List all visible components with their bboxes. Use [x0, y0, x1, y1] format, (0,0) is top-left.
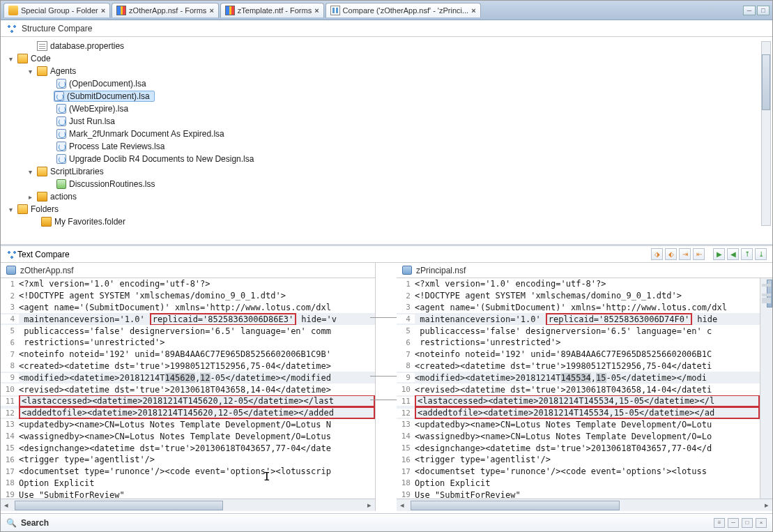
window-buttons: ─ □: [743, 6, 770, 15]
left-file-title: zOtherApp.nsf: [20, 266, 74, 275]
tree-item-process-late-reviews[interactable]: Process Late Reviews.lsa: [1, 140, 772, 153]
structure-compare-icon: [6, 24, 17, 33]
tree-label: Agents: [50, 66, 76, 76]
left-code[interactable]: 1<?xml version='1.0' encoding='utf-8'?> …: [1, 278, 375, 499]
maximize-button[interactable]: □: [757, 6, 770, 15]
agent-icon: [56, 129, 66, 139]
form-icon: [225, 6, 235, 15]
prev-change-button[interactable]: ⤓: [755, 248, 767, 260]
tree-label: ScriptLibraries: [50, 167, 104, 176]
folder-icon: [37, 192, 47, 202]
right-file-title: zPrincipal.nsf: [416, 266, 466, 275]
next-change-button[interactable]: ⤒: [741, 248, 753, 260]
tree-item-database-properties[interactable]: database.properties: [1, 40, 772, 52]
tree-label: (WebExpire).lsa: [69, 104, 128, 114]
document-icon: [37, 41, 47, 51]
structure-compare-header: Structure Compare: [1, 20, 772, 37]
tree-label: Process Late Reviews.lsa: [69, 142, 164, 151]
minimize-panel-button[interactable]: ─: [728, 518, 739, 528]
tree-label: actions: [50, 192, 77, 202]
close-icon[interactable]: ×: [209, 6, 213, 15]
minimize-button[interactable]: ─: [743, 6, 756, 15]
compare-gutter: [376, 263, 397, 511]
left-horizontal-scrollbar[interactable]: ◂ ▸: [1, 499, 375, 511]
scroll-right-icon[interactable]: ▸: [761, 501, 772, 510]
copy-right-to-left-button[interactable]: ⬗: [651, 248, 663, 260]
tab-ztemplate-forms[interactable]: zTemplate.ntf - Forms ×: [220, 3, 324, 17]
folder-open-icon: [17, 54, 28, 63]
close-panel-button[interactable]: ×: [756, 518, 767, 528]
tree-label: DiscussionRoutines.lss: [69, 179, 155, 189]
collapse-icon[interactable]: ▾: [6, 206, 15, 213]
tree-label: (OpenDocument).lsa: [69, 79, 146, 89]
collapse-icon[interactable]: ▾: [26, 68, 34, 75]
tab-zotherapp-forms[interactable]: zOtherApp.nsf - Forms ×: [112, 3, 219, 17]
search-bar[interactable]: 🔍 Search ≡ ─ □ ×: [1, 513, 772, 531]
close-icon[interactable]: ×: [101, 6, 105, 15]
tree-item-opendocument[interactable]: (OpenDocument).lsa: [1, 77, 772, 90]
compare-left-pane: zOtherApp.nsf 1<?xml version='1.0' encod…: [1, 263, 376, 511]
tab-label: zOtherApp.nsf - Forms: [129, 6, 206, 15]
collapse-icon[interactable]: ▾: [26, 168, 34, 176]
expand-icon[interactable]: ▸: [26, 193, 34, 201]
tree-item-scriptlibraries[interactable]: ▾ ScriptLibraries: [1, 165, 772, 178]
tree-item-code[interactable]: ▾ Code: [1, 52, 772, 65]
form-icon: [116, 6, 126, 15]
tree-label: My Favorites.folder: [54, 217, 125, 227]
tree-label: Code: [31, 54, 51, 63]
prev-diff-button[interactable]: ◀: [727, 248, 739, 260]
tree-item-folders[interactable]: ▾ Folders: [1, 203, 772, 215]
tree-item-upgrade-doclib[interactable]: Upgrade Doclib R4 Documents to New Desig…: [1, 153, 772, 165]
text-cursor: I: [263, 470, 270, 483]
close-icon[interactable]: ×: [314, 6, 319, 15]
database-icon: [6, 266, 16, 275]
folder-icon: [41, 217, 52, 227]
tree-item-justrun[interactable]: Just Run.lsa: [1, 115, 772, 128]
agent-icon: [56, 79, 66, 89]
search-label: Search: [21, 518, 49, 528]
maximize-panel-button[interactable]: □: [742, 518, 753, 528]
scrollbar-thumb[interactable]: [15, 501, 223, 510]
next-diff-button[interactable]: ▶: [713, 248, 725, 260]
compare-right-pane: zPrincipal.nsf 1<?xml version='1.0' enco…: [397, 263, 772, 511]
scrollbar-thumb[interactable]: [762, 54, 770, 110]
folder-icon: [8, 6, 18, 15]
folder-open-icon: [37, 66, 47, 76]
diff-overview-ruler[interactable]: [760, 278, 772, 499]
structure-tree[interactable]: database.properties ▾ Code ▾ Agents (Ope…: [1, 37, 772, 244]
scrollbar-thumb[interactable]: [411, 501, 620, 510]
tree-item-agents[interactable]: ▾ Agents: [1, 65, 772, 77]
tree-label: Upgrade Doclib R4 Documents to New Desig…: [69, 154, 254, 164]
scroll-right-icon[interactable]: ▸: [364, 501, 375, 510]
copy-all-left-button[interactable]: ⇤: [693, 248, 705, 260]
scroll-left-icon[interactable]: ◂: [397, 501, 408, 510]
tree-label: database.properties: [50, 41, 124, 51]
panel-title: Text Compare: [17, 250, 70, 259]
tree-label: Mark_2fUnmark Document As Expired.lsa: [69, 129, 224, 139]
compare-icon: [330, 6, 340, 15]
tree-item-mark-expired[interactable]: Mark_2fUnmark Document As Expired.lsa: [1, 128, 772, 140]
tree-item-myfavorites[interactable]: My Favorites.folder: [1, 215, 772, 228]
tree-item-discussionroutines[interactable]: DiscussionRoutines.lss: [1, 178, 772, 190]
tree-vertical-scrollbar[interactable]: [761, 41, 771, 226]
right-code[interactable]: 1<?xml version='1.0' encoding='utf-8'?> …: [397, 278, 772, 499]
panel-title: Structure Compare: [22, 24, 92, 33]
tree-label: (SubmitDocument).lsa: [67, 91, 150, 101]
copy-all-right-button[interactable]: ⇥: [679, 248, 691, 260]
agent-icon: [54, 91, 64, 101]
search-icon: 🔍: [6, 518, 17, 528]
tree-item-actions[interactable]: ▸ actions: [1, 190, 772, 203]
collapse-icon[interactable]: ▾: [6, 55, 15, 63]
view-menu-button[interactable]: ≡: [714, 518, 725, 528]
folder-open-icon: [37, 167, 47, 176]
scroll-left-icon[interactable]: ◂: [1, 501, 12, 510]
right-horizontal-scrollbar[interactable]: ◂ ▸: [397, 499, 772, 511]
tree-item-webexpire[interactable]: (WebExpire).lsa: [1, 102, 772, 115]
editor-tabs: Special Group - Folder × zOtherApp.nsf -…: [1, 1, 772, 20]
tab-special-group[interactable]: Special Group - Folder ×: [3, 3, 110, 17]
close-icon[interactable]: ×: [471, 6, 475, 15]
tab-compare[interactable]: Compare ('zOtherApp.nsf' - 'zPrinci... ×: [326, 3, 481, 17]
agent-icon: [56, 142, 66, 151]
tree-item-submitdocument[interactable]: (SubmitDocument).lsa: [1, 90, 772, 102]
copy-left-to-right-button[interactable]: ⬖: [665, 248, 677, 260]
